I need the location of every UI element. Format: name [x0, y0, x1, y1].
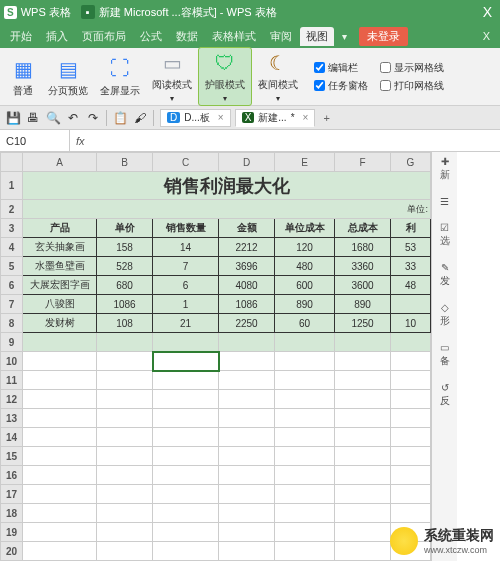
sheet-title[interactable]: 销售利润最大化 [23, 172, 431, 200]
cell[interactable] [335, 447, 391, 466]
cell[interactable] [23, 371, 97, 390]
cell[interactable] [23, 428, 97, 447]
cell[interactable]: 14 [153, 238, 219, 257]
cell[interactable] [391, 523, 431, 542]
row-header[interactable]: 8 [1, 314, 23, 333]
menu-视图[interactable]: 视图 [300, 27, 334, 46]
save-icon[interactable]: 💾 [4, 109, 22, 127]
cell[interactable] [23, 485, 97, 504]
cell[interactable] [153, 504, 219, 523]
table-header[interactable]: 销售数量 [153, 219, 219, 238]
cell[interactable] [219, 428, 275, 447]
check-编辑栏[interactable]: 编辑栏 [314, 61, 368, 75]
cell[interactable] [391, 447, 431, 466]
cell[interactable] [391, 352, 431, 371]
cell[interactable] [391, 390, 431, 409]
cell[interactable] [23, 447, 97, 466]
side-发[interactable]: ✎发 [440, 262, 450, 288]
cell[interactable] [335, 352, 391, 371]
side-新[interactable]: ✚新 [440, 156, 450, 182]
menu-页面布局[interactable]: 页面布局 [76, 27, 132, 46]
cell[interactable] [97, 542, 153, 561]
format-icon[interactable]: 🖌 [131, 109, 149, 127]
cell[interactable] [23, 409, 97, 428]
cell[interactable]: 53 [391, 238, 431, 257]
view-阅读模式[interactable]: ▭阅读模式▾ [146, 48, 198, 105]
cell[interactable]: 890 [335, 295, 391, 314]
cell[interactable] [335, 523, 391, 542]
cell[interactable] [391, 333, 431, 352]
cell[interactable] [97, 485, 153, 504]
cell[interactable] [97, 390, 153, 409]
cell[interactable] [275, 485, 335, 504]
row-header[interactable]: 6 [1, 276, 23, 295]
view-护眼模式[interactable]: 🛡护眼模式▾ [198, 47, 252, 106]
cell[interactable] [97, 428, 153, 447]
cell[interactable] [335, 485, 391, 504]
cell[interactable]: 6 [153, 276, 219, 295]
cell[interactable] [335, 371, 391, 390]
table-header[interactable]: 单价 [97, 219, 153, 238]
row-header[interactable]: 16 [1, 466, 23, 485]
cell[interactable] [97, 523, 153, 542]
doc-tab-1[interactable]: DD...板× [160, 109, 231, 127]
cell[interactable] [335, 409, 391, 428]
menu-审阅[interactable]: 审阅 [264, 27, 298, 46]
row-header[interactable]: 5 [1, 257, 23, 276]
cell[interactable] [97, 333, 153, 352]
cell[interactable]: 680 [97, 276, 153, 295]
side-☰[interactable]: ☰ [440, 196, 449, 208]
cell[interactable] [23, 504, 97, 523]
cell[interactable]: 600 [275, 276, 335, 295]
check-打印网格线[interactable]: 打印网格线 [380, 79, 444, 93]
close-tab-icon[interactable]: × [218, 112, 224, 123]
row-header[interactable]: 18 [1, 504, 23, 523]
cell[interactable]: 1086 [219, 295, 275, 314]
cell[interactable]: 3696 [219, 257, 275, 276]
check-显示网格线[interactable]: 显示网格线 [380, 61, 444, 75]
side-形[interactable]: ◇形 [440, 302, 450, 328]
login-button[interactable]: 未登录 [359, 27, 408, 46]
col-header[interactable]: B [97, 153, 153, 172]
col-header[interactable]: F [335, 153, 391, 172]
cell[interactable]: 1250 [335, 314, 391, 333]
table-header[interactable]: 总成本 [335, 219, 391, 238]
preview-icon[interactable]: 🔍 [44, 109, 62, 127]
unit-label[interactable]: 单位: [23, 200, 431, 219]
table-header[interactable]: 利 [391, 219, 431, 238]
cell[interactable]: 发财树 [23, 314, 97, 333]
cell[interactable]: 21 [153, 314, 219, 333]
cell[interactable] [275, 523, 335, 542]
cell[interactable] [335, 428, 391, 447]
table-header[interactable]: 产品 [23, 219, 97, 238]
cell[interactable] [391, 428, 431, 447]
view-分页预览[interactable]: ▤分页预览 [42, 54, 94, 100]
row-header[interactable]: 19 [1, 523, 23, 542]
cell[interactable]: 480 [275, 257, 335, 276]
cell[interactable]: 10 [391, 314, 431, 333]
cell[interactable] [391, 504, 431, 523]
cell[interactable] [275, 466, 335, 485]
view-全屏显示[interactable]: ⛶全屏显示 [94, 54, 146, 100]
doc-tab-2[interactable]: X新建...*× [235, 109, 316, 127]
check-任务窗格[interactable]: 任务窗格 [314, 79, 368, 93]
spreadsheet[interactable]: ABCDEFG1销售利润最大化2单位:3产品单价销售数量金额单位成本总成本利4玄… [0, 152, 431, 561]
row-header[interactable]: 3 [1, 219, 23, 238]
cell[interactable] [391, 371, 431, 390]
cell[interactable] [153, 523, 219, 542]
cell[interactable]: 八骏图 [23, 295, 97, 314]
cell[interactable] [275, 390, 335, 409]
col-header[interactable]: C [153, 153, 219, 172]
row-header[interactable]: 1 [1, 172, 23, 200]
cell[interactable] [219, 466, 275, 485]
cell[interactable] [335, 504, 391, 523]
cell[interactable]: 33 [391, 257, 431, 276]
row-header[interactable]: 7 [1, 295, 23, 314]
cell[interactable] [391, 466, 431, 485]
cell[interactable] [275, 371, 335, 390]
table-header[interactable]: 金额 [219, 219, 275, 238]
table-header[interactable]: 单位成本 [275, 219, 335, 238]
cell[interactable] [97, 371, 153, 390]
cell[interactable] [275, 352, 335, 371]
cell[interactable] [335, 333, 391, 352]
